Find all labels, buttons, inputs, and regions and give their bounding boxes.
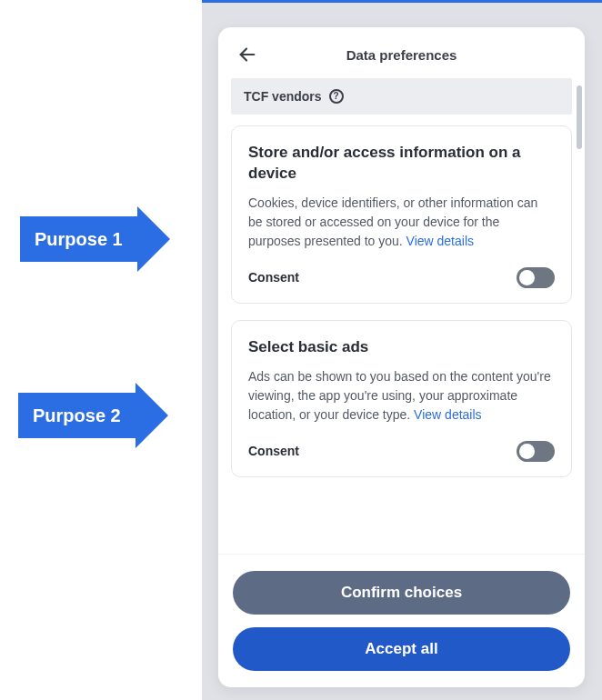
consent-row: Consent (248, 441, 555, 462)
card-desc-text: Cookies, device identifiers, or other in… (248, 195, 537, 248)
annotation-label-1: Purpose 1 (20, 216, 137, 262)
annotation-arrow-1: Purpose 1 (20, 216, 170, 262)
annotation-label-2: Purpose 2 (18, 393, 135, 438)
modal-title: Data preferences (233, 47, 570, 63)
arrow-head-icon (135, 383, 168, 448)
consent-toggle-1[interactable] (517, 267, 555, 288)
accept-all-button[interactable]: Accept all (233, 627, 570, 671)
arrow-head-icon (137, 206, 170, 272)
purpose-card-2: Select basic ads Ads can be shown to you… (231, 320, 572, 477)
modal-header: Data preferences (218, 27, 585, 78)
annotation-arrow-2: Purpose 2 (18, 393, 168, 438)
vendors-section-header[interactable]: TCF vendors ? (231, 78, 572, 115)
consent-toggle-2[interactable] (517, 441, 555, 462)
section-title: TCF vendors (244, 89, 322, 104)
modal-body: TCF vendors ? Store and/or access inform… (218, 78, 585, 554)
confirm-choices-button[interactable]: Confirm choices (233, 571, 570, 615)
annotation-area (0, 0, 202, 700)
consent-label: Consent (248, 444, 299, 458)
help-icon[interactable]: ? (329, 89, 344, 104)
card-desc-text: Ads can be shown to you based on the con… (248, 369, 551, 422)
toggle-knob (519, 270, 535, 285)
card-description: Cookies, device identifiers, or other in… (248, 194, 555, 251)
consent-row: Consent (248, 267, 555, 288)
view-details-link[interactable]: View details (414, 407, 481, 422)
consent-modal: Data preferences TCF vendors ? Store and… (218, 27, 585, 687)
modal-footer: Confirm choices Accept all (218, 554, 585, 687)
purpose-card-1: Store and/or access information on a dev… (231, 125, 572, 304)
consent-label: Consent (248, 270, 299, 285)
card-title: Store and/or access information on a dev… (248, 143, 555, 185)
toggle-knob (519, 444, 535, 459)
card-title: Select basic ads (248, 337, 555, 358)
card-description: Ads can be shown to you based on the con… (248, 367, 555, 425)
view-details-link[interactable]: View details (406, 234, 474, 248)
scrollbar-thumb[interactable] (577, 85, 582, 149)
